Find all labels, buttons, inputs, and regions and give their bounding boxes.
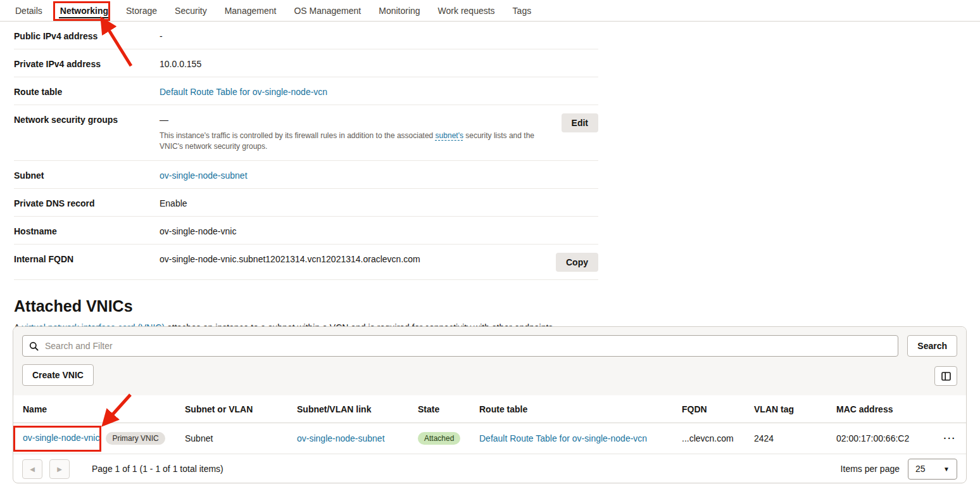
field-label: Route table (14, 86, 160, 97)
field-value: ov-single-node-vnic.subnet12021314.vcn12… (160, 253, 556, 264)
search-button[interactable]: Search (907, 335, 957, 357)
table-row: ov-single-node-vnicPrimary VNIC Subnet o… (13, 423, 966, 454)
tab-details[interactable]: Details (6, 0, 51, 21)
field-label: Public IPv4 address (14, 30, 160, 41)
row-subnet: Subnet ov-single-node-subnet (14, 161, 598, 189)
search-icon (29, 341, 39, 351)
column-settings-button[interactable] (934, 366, 957, 386)
pagination-bar: ◀ ▶ Page 1 of 1 (1 - 1 of 1 total items)… (13, 454, 966, 483)
columns-icon (941, 372, 951, 381)
route-table-link[interactable]: Default Route Table for ov-single-node-v… (160, 87, 327, 97)
chevron-down-icon: ▼ (943, 466, 950, 473)
pagination-status: Page 1 of 1 (1 - 1 of 1 total items) (92, 464, 223, 474)
nsg-value: — (160, 115, 168, 125)
tab-tags[interactable]: Tags (504, 0, 541, 21)
items-per-page-select[interactable]: 25 ▼ (908, 459, 957, 480)
cell-vlan-tag: 2424 (750, 423, 832, 454)
row-network-security-groups: Network security groups — This instance'… (14, 105, 598, 161)
field-label: Network security groups (14, 113, 160, 125)
row-public-ipv4: Public IPv4 address - (14, 22, 598, 49)
field-value: — This instance's traffic is controlled … (160, 113, 562, 153)
row-subnet-link[interactable]: ov-single-node-subnet (297, 433, 385, 443)
field-label: Subnet (14, 169, 160, 181)
state-badge: Attached (418, 432, 460, 445)
field-label: Private IPv4 address (14, 58, 160, 69)
tab-storage[interactable]: Storage (117, 0, 166, 21)
create-vnic-button[interactable]: Create VNIC (22, 364, 94, 386)
row-internal-fqdn: Internal FQDN ov-single-node-vnic.subnet… (14, 245, 598, 280)
field-label: Hostname (14, 225, 160, 236)
help-text-before: This instance's traffic is controlled by… (160, 131, 436, 140)
col-header-name: Name (13, 395, 181, 423)
field-value: ov-single-node-vnic (160, 225, 598, 236)
items-per-page-value: 25 (915, 464, 926, 474)
primary-vnic-badge: Primary VNIC (106, 432, 165, 445)
tab-work-requests[interactable]: Work requests (429, 0, 504, 21)
field-value: Enable (160, 197, 598, 208)
field-label: Internal FQDN (14, 253, 160, 264)
field-value: 10.0.0.155 (160, 58, 598, 69)
col-header-state: State (414, 395, 475, 423)
col-header-subnet-or-vlan: Subnet or VLAN (181, 395, 293, 423)
attached-vnics-title: Attached VNICs (14, 297, 980, 315)
tab-bar: Details Networking Storage Security Mana… (0, 0, 980, 22)
chevron-right-icon: ▶ (57, 466, 62, 473)
row-actions-menu[interactable]: ··· (934, 423, 966, 454)
row-private-dns: Private DNS record Enable (14, 189, 598, 217)
col-header-vlan-tag: VLAN tag (750, 395, 832, 423)
cell-subnet-or-vlan: Subnet (181, 423, 293, 454)
tab-networking[interactable]: Networking (51, 0, 117, 21)
cell-fqdn: ...clevcn.com (678, 423, 750, 454)
row-route-table-link[interactable]: Default Route Table for ov-single-node-v… (479, 433, 647, 443)
col-header-mac-address: MAC address (832, 395, 934, 423)
field-label: Private DNS record (14, 197, 160, 208)
search-box[interactable] (22, 335, 898, 357)
vnic-name-link[interactable]: ov-single-node-vnic (23, 433, 99, 443)
filter-zone: Search Create VNIC (13, 327, 966, 395)
col-header-route-table: Route table (475, 395, 678, 423)
networking-details-list: Public IPv4 address - Private IPv4 addre… (14, 22, 598, 280)
table-header-row: Name Subnet or VLAN Subnet/VLAN link Sta… (13, 395, 966, 423)
nsg-help-text: This instance's traffic is controlled by… (160, 131, 552, 153)
row-private-ipv4: Private IPv4 address 10.0.0.155 (14, 49, 598, 77)
subnet-help-link[interactable]: subnet's (436, 131, 463, 140)
search-input[interactable] (44, 340, 891, 352)
previous-page-button[interactable]: ◀ (22, 459, 42, 479)
col-header-fqdn: FQDN (678, 395, 750, 423)
tab-monitoring[interactable]: Monitoring (370, 0, 429, 21)
tab-os-management[interactable]: OS Management (285, 0, 370, 21)
field-value: - (160, 30, 598, 41)
items-per-page-label: Items per page (841, 464, 900, 474)
edit-nsg-button[interactable]: Edit (562, 113, 598, 132)
tab-management[interactable]: Management (216, 0, 286, 21)
copy-fqdn-button[interactable]: Copy (556, 253, 598, 272)
tab-security[interactable]: Security (166, 0, 216, 21)
row-hostname: Hostname ov-single-node-vnic (14, 217, 598, 245)
subnet-link[interactable]: ov-single-node-subnet (160, 170, 248, 181)
row-route-table: Route table Default Route Table for ov-s… (14, 77, 598, 105)
attached-vnics-panel: Search Create VNIC Name Subnet or VLAN S… (13, 326, 967, 483)
chevron-left-icon: ◀ (30, 466, 35, 473)
next-page-button[interactable]: ▶ (49, 459, 70, 479)
col-header-subnet-vlan-link: Subnet/VLAN link (293, 395, 414, 423)
vnics-table: Name Subnet or VLAN Subnet/VLAN link Sta… (13, 395, 966, 454)
cell-mac-address: 02:00:17:00:66:C2 (832, 423, 934, 454)
